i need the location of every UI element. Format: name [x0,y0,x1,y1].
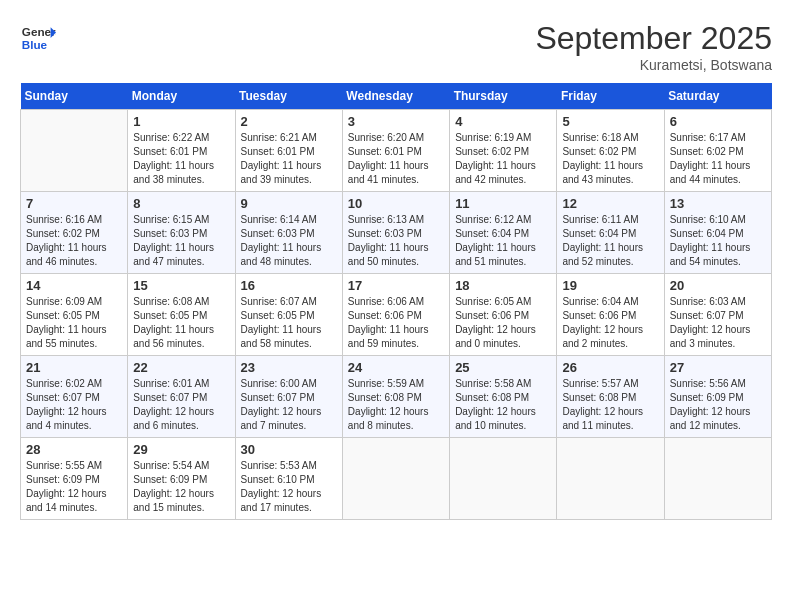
logo: General Blue [20,20,56,56]
day-number: 26 [562,360,658,375]
calendar-cell: 29Sunrise: 5:54 AM Sunset: 6:09 PM Dayli… [128,438,235,520]
day-info: Sunrise: 6:03 AM Sunset: 6:07 PM Dayligh… [670,295,766,351]
col-header-friday: Friday [557,83,664,110]
day-number: 5 [562,114,658,129]
day-number: 16 [241,278,337,293]
calendar-cell: 2Sunrise: 6:21 AM Sunset: 6:01 PM Daylig… [235,110,342,192]
logo-icon: General Blue [20,20,56,56]
page-header: General Blue September 2025 Kurametsi, B… [20,20,772,73]
svg-text:Blue: Blue [22,38,48,51]
day-number: 22 [133,360,229,375]
day-info: Sunrise: 6:20 AM Sunset: 6:01 PM Dayligh… [348,131,444,187]
day-info: Sunrise: 5:54 AM Sunset: 6:09 PM Dayligh… [133,459,229,515]
day-info: Sunrise: 6:15 AM Sunset: 6:03 PM Dayligh… [133,213,229,269]
day-info: Sunrise: 6:06 AM Sunset: 6:06 PM Dayligh… [348,295,444,351]
day-info: Sunrise: 6:07 AM Sunset: 6:05 PM Dayligh… [241,295,337,351]
day-info: Sunrise: 5:56 AM Sunset: 6:09 PM Dayligh… [670,377,766,433]
day-number: 11 [455,196,551,211]
day-info: Sunrise: 5:58 AM Sunset: 6:08 PM Dayligh… [455,377,551,433]
calendar-cell: 11Sunrise: 6:12 AM Sunset: 6:04 PM Dayli… [450,192,557,274]
calendar-cell: 27Sunrise: 5:56 AM Sunset: 6:09 PM Dayli… [664,356,771,438]
col-header-wednesday: Wednesday [342,83,449,110]
calendar-cell [450,438,557,520]
calendar-cell: 9Sunrise: 6:14 AM Sunset: 6:03 PM Daylig… [235,192,342,274]
calendar-cell: 12Sunrise: 6:11 AM Sunset: 6:04 PM Dayli… [557,192,664,274]
day-info: Sunrise: 6:22 AM Sunset: 6:01 PM Dayligh… [133,131,229,187]
day-info: Sunrise: 6:04 AM Sunset: 6:06 PM Dayligh… [562,295,658,351]
day-number: 21 [26,360,122,375]
day-info: Sunrise: 6:01 AM Sunset: 6:07 PM Dayligh… [133,377,229,433]
calendar-week-4: 21Sunrise: 6:02 AM Sunset: 6:07 PM Dayli… [21,356,772,438]
day-number: 29 [133,442,229,457]
calendar-cell: 4Sunrise: 6:19 AM Sunset: 6:02 PM Daylig… [450,110,557,192]
day-info: Sunrise: 6:10 AM Sunset: 6:04 PM Dayligh… [670,213,766,269]
calendar-cell: 22Sunrise: 6:01 AM Sunset: 6:07 PM Dayli… [128,356,235,438]
day-info: Sunrise: 6:05 AM Sunset: 6:06 PM Dayligh… [455,295,551,351]
calendar-cell: 18Sunrise: 6:05 AM Sunset: 6:06 PM Dayli… [450,274,557,356]
day-number: 9 [241,196,337,211]
day-number: 4 [455,114,551,129]
day-info: Sunrise: 6:13 AM Sunset: 6:03 PM Dayligh… [348,213,444,269]
day-number: 19 [562,278,658,293]
month-title: September 2025 [535,20,772,57]
calendar-cell [342,438,449,520]
day-info: Sunrise: 5:53 AM Sunset: 6:10 PM Dayligh… [241,459,337,515]
calendar-cell: 5Sunrise: 6:18 AM Sunset: 6:02 PM Daylig… [557,110,664,192]
calendar-cell [664,438,771,520]
day-info: Sunrise: 6:08 AM Sunset: 6:05 PM Dayligh… [133,295,229,351]
day-number: 13 [670,196,766,211]
col-header-saturday: Saturday [664,83,771,110]
day-info: Sunrise: 6:21 AM Sunset: 6:01 PM Dayligh… [241,131,337,187]
calendar-cell: 3Sunrise: 6:20 AM Sunset: 6:01 PM Daylig… [342,110,449,192]
day-number: 2 [241,114,337,129]
calendar-cell: 1Sunrise: 6:22 AM Sunset: 6:01 PM Daylig… [128,110,235,192]
calendar-cell [21,110,128,192]
calendar-cell: 30Sunrise: 5:53 AM Sunset: 6:10 PM Dayli… [235,438,342,520]
calendar-week-3: 14Sunrise: 6:09 AM Sunset: 6:05 PM Dayli… [21,274,772,356]
calendar-cell: 23Sunrise: 6:00 AM Sunset: 6:07 PM Dayli… [235,356,342,438]
day-number: 8 [133,196,229,211]
calendar-cell: 10Sunrise: 6:13 AM Sunset: 6:03 PM Dayli… [342,192,449,274]
day-number: 7 [26,196,122,211]
day-number: 18 [455,278,551,293]
calendar-week-1: 1Sunrise: 6:22 AM Sunset: 6:01 PM Daylig… [21,110,772,192]
day-info: Sunrise: 6:00 AM Sunset: 6:07 PM Dayligh… [241,377,337,433]
day-info: Sunrise: 6:09 AM Sunset: 6:05 PM Dayligh… [26,295,122,351]
col-header-monday: Monday [128,83,235,110]
day-number: 1 [133,114,229,129]
calendar-cell: 19Sunrise: 6:04 AM Sunset: 6:06 PM Dayli… [557,274,664,356]
day-info: Sunrise: 6:11 AM Sunset: 6:04 PM Dayligh… [562,213,658,269]
title-block: September 2025 Kurametsi, Botswana [535,20,772,73]
day-info: Sunrise: 6:16 AM Sunset: 6:02 PM Dayligh… [26,213,122,269]
calendar-header-row: SundayMondayTuesdayWednesdayThursdayFrid… [21,83,772,110]
day-number: 17 [348,278,444,293]
calendar-week-5: 28Sunrise: 5:55 AM Sunset: 6:09 PM Dayli… [21,438,772,520]
day-number: 23 [241,360,337,375]
calendar-cell: 7Sunrise: 6:16 AM Sunset: 6:02 PM Daylig… [21,192,128,274]
day-number: 27 [670,360,766,375]
day-number: 25 [455,360,551,375]
day-info: Sunrise: 6:02 AM Sunset: 6:07 PM Dayligh… [26,377,122,433]
calendar-cell: 26Sunrise: 5:57 AM Sunset: 6:08 PM Dayli… [557,356,664,438]
calendar-cell: 28Sunrise: 5:55 AM Sunset: 6:09 PM Dayli… [21,438,128,520]
day-number: 3 [348,114,444,129]
day-info: Sunrise: 6:14 AM Sunset: 6:03 PM Dayligh… [241,213,337,269]
calendar-cell: 20Sunrise: 6:03 AM Sunset: 6:07 PM Dayli… [664,274,771,356]
calendar-cell: 24Sunrise: 5:59 AM Sunset: 6:08 PM Dayli… [342,356,449,438]
day-info: Sunrise: 6:12 AM Sunset: 6:04 PM Dayligh… [455,213,551,269]
day-info: Sunrise: 5:59 AM Sunset: 6:08 PM Dayligh… [348,377,444,433]
calendar-week-2: 7Sunrise: 6:16 AM Sunset: 6:02 PM Daylig… [21,192,772,274]
day-number: 10 [348,196,444,211]
calendar-cell: 14Sunrise: 6:09 AM Sunset: 6:05 PM Dayli… [21,274,128,356]
calendar-cell: 13Sunrise: 6:10 AM Sunset: 6:04 PM Dayli… [664,192,771,274]
day-number: 6 [670,114,766,129]
calendar-body: 1Sunrise: 6:22 AM Sunset: 6:01 PM Daylig… [21,110,772,520]
day-number: 14 [26,278,122,293]
calendar-cell: 6Sunrise: 6:17 AM Sunset: 6:02 PM Daylig… [664,110,771,192]
day-number: 12 [562,196,658,211]
calendar-cell: 16Sunrise: 6:07 AM Sunset: 6:05 PM Dayli… [235,274,342,356]
day-number: 30 [241,442,337,457]
calendar-cell: 21Sunrise: 6:02 AM Sunset: 6:07 PM Dayli… [21,356,128,438]
calendar-cell: 17Sunrise: 6:06 AM Sunset: 6:06 PM Dayli… [342,274,449,356]
day-info: Sunrise: 5:55 AM Sunset: 6:09 PM Dayligh… [26,459,122,515]
